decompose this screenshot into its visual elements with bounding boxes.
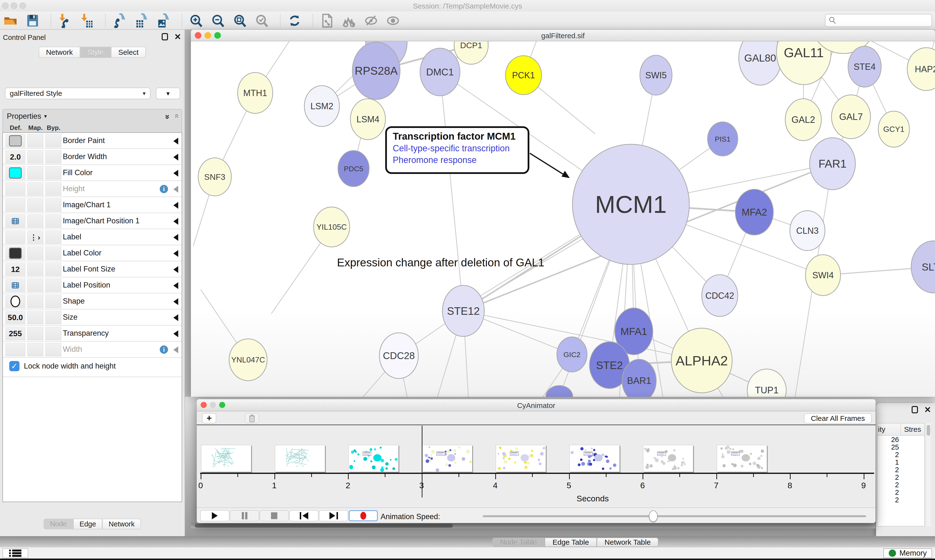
network-node-ALPHA2[interactable]: ALPHA2 — [671, 328, 732, 393]
table-row[interactable]: 26 — [878, 436, 924, 443]
network-window-titlebar[interactable]: galFiltered.sif — [191, 30, 935, 42]
byp-cell[interactable] — [45, 214, 61, 228]
table-row[interactable]: 2 — [878, 481, 924, 488]
frame-thumbnail-2[interactable] — [349, 445, 399, 472]
property-row-shape[interactable]: Shape — [3, 293, 182, 309]
frame-thumbnail-4[interactable] — [496, 445, 546, 472]
close-panel-icon[interactable]: ✕ — [924, 406, 931, 413]
network-node-STE12[interactable]: STE12 — [443, 285, 484, 337]
byp-cell[interactable] — [45, 327, 61, 340]
property-row-label-position[interactable]: Label Position — [3, 277, 182, 293]
tab-style[interactable]: Style — [80, 47, 111, 58]
add-frame-button[interactable]: + — [202, 413, 216, 423]
default-value[interactable]: 2.0 — [10, 152, 21, 162]
network-file-button[interactable] — [320, 13, 335, 28]
style-options-button[interactable]: ▾ — [156, 88, 180, 99]
export-network-button[interactable] — [113, 13, 127, 28]
network-edge[interactable] — [440, 72, 463, 311]
panel-tab-node[interactable]: Node — [43, 518, 73, 529]
def-cell[interactable] — [5, 246, 25, 260]
network-node-CLN3[interactable]: CLN3 — [790, 211, 825, 251]
export-image-button[interactable] — [156, 13, 171, 28]
annotation-link[interactable]: Cell-type-specific transcription — [393, 143, 522, 154]
network-node-GAL7[interactable]: GAL7 — [832, 95, 870, 138]
network-node-TUP1[interactable]: TUP1 — [747, 369, 786, 397]
network-node-PIS1[interactable]: PIS1 — [708, 122, 738, 156]
property-row-border-paint[interactable]: Border Paint — [3, 133, 182, 149]
memory-button[interactable]: Memory — [883, 548, 932, 558]
map-cell[interactable] — [27, 278, 43, 292]
passthrough-mapping-icon[interactable]: ⋮› — [30, 233, 41, 242]
frame-thumbnail-3[interactable] — [422, 445, 472, 472]
network-node-PCK1[interactable]: PCK1 — [506, 56, 542, 95]
tab-network[interactable]: Network — [39, 47, 80, 58]
lock-size-row[interactable]: ✓ Lock node width and height — [9, 361, 116, 371]
export-table-button[interactable] — [134, 13, 149, 28]
network-node-YNL047C[interactable]: YNL047C — [229, 339, 267, 381]
record-button[interactable] — [349, 510, 378, 521]
import-table-button[interactable] — [80, 13, 94, 28]
def-cell[interactable] — [5, 198, 25, 212]
network-node-GIC2[interactable]: GIC2 — [557, 337, 587, 372]
def-cell[interactable]: 2.0 — [5, 150, 25, 164]
def-cell[interactable]: 50.0 — [5, 311, 25, 324]
collapse-row-icon[interactable] — [173, 250, 178, 257]
def-cell[interactable] — [5, 343, 25, 356]
map-cell[interactable]: ⋮› — [27, 230, 43, 244]
property-row-image-chart-1[interactable]: Image/Chart 1 — [3, 197, 182, 213]
network-node-HAP2[interactable]: HAP2 — [907, 48, 935, 91]
frame-thumbnail-7[interactable] — [717, 445, 767, 472]
collapse-row-icon[interactable] — [173, 170, 178, 177]
property-row-size[interactable]: 50.0Size — [3, 309, 182, 326]
map-cell[interactable] — [27, 327, 43, 340]
def-cell[interactable] — [5, 295, 25, 308]
show-details-button[interactable] — [386, 13, 400, 28]
network-node-YIL105C[interactable]: YIL105C — [313, 207, 350, 247]
map-cell[interactable] — [27, 263, 43, 276]
zoom-fit-button[interactable] — [233, 13, 247, 28]
table-row[interactable]: 25 — [878, 443, 924, 451]
play-button[interactable] — [200, 510, 229, 521]
default-value[interactable]: 12 — [11, 265, 20, 274]
task-history-button[interactable] — [2, 548, 28, 558]
byp-cell[interactable] — [45, 198, 61, 212]
default-value[interactable]: 255 — [9, 329, 22, 338]
zoom-out-button[interactable] — [211, 13, 225, 28]
byp-cell[interactable] — [45, 134, 61, 148]
cyanimator-timeline[interactable]: 0123456789 Seconds — [197, 425, 876, 508]
byp-cell[interactable] — [45, 182, 61, 196]
map-cell[interactable] — [27, 246, 43, 260]
network-node-MCM1[interactable]: MCM1 — [572, 144, 689, 265]
clear-all-frames-button[interactable]: Clear All Frames — [804, 413, 872, 423]
def-cell[interactable]: 255 — [5, 327, 25, 340]
default-value-swatch[interactable] — [9, 168, 22, 178]
network-node-LSM4[interactable]: LSM4 — [350, 99, 386, 140]
zoom-in-button[interactable] — [189, 13, 204, 28]
byp-cell[interactable] — [45, 311, 61, 324]
annotation-box[interactable]: Transcription factor MCM1 Cell-type-spec… — [385, 126, 529, 174]
network-node-GAL2[interactable]: GAL2 — [785, 99, 821, 141]
property-row-transparency[interactable]: 255Transparency — [3, 326, 182, 342]
info-icon[interactable]: i — [160, 185, 168, 193]
byp-cell[interactable] — [45, 230, 61, 244]
collapse-row-icon[interactable] — [173, 266, 178, 273]
collapse-row-icon[interactable] — [173, 314, 178, 321]
open-folder-button[interactable] — [3, 13, 18, 28]
collapse-row-icon[interactable] — [173, 346, 178, 353]
byp-cell[interactable] — [45, 295, 61, 308]
import-network-button[interactable] — [58, 13, 73, 28]
table-scrollbar[interactable] — [926, 423, 930, 526]
float-panel-icon[interactable] — [912, 406, 918, 413]
map-cell[interactable] — [27, 198, 43, 212]
def-cell[interactable]: 12 — [5, 263, 25, 276]
def-cell[interactable] — [5, 166, 25, 180]
property-row-image-chart-position-1[interactable]: Image/Chart Position 1 — [3, 213, 182, 229]
float-panel-icon[interactable] — [162, 33, 168, 40]
network-node-SNF3[interactable]: SNF3 — [198, 158, 231, 196]
save-button[interactable] — [25, 13, 40, 28]
default-value-swatch[interactable] — [9, 135, 22, 146]
map-cell[interactable] — [27, 295, 43, 308]
byp-cell[interactable] — [45, 166, 61, 180]
map-cell[interactable] — [27, 150, 43, 164]
network-node-SLT2[interactable]: SLT2 — [911, 241, 935, 293]
